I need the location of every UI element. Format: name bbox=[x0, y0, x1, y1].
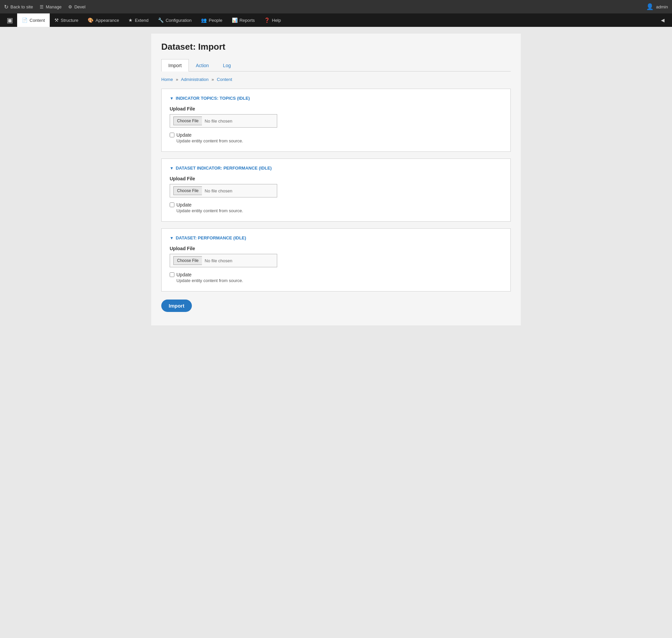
nav-people-label: People bbox=[209, 18, 222, 23]
back-to-site-label: Back to site bbox=[11, 4, 33, 10]
main-wrapper: Dataset: Import Import Action Log Home »… bbox=[0, 27, 672, 638]
breadcrumb-administration[interactable]: Administration bbox=[181, 77, 208, 82]
nav-appearance-label: Appearance bbox=[95, 18, 119, 23]
back-to-site-button[interactable]: ↻ Back to site bbox=[4, 4, 33, 10]
upload-label-1: Upload File bbox=[170, 106, 502, 112]
update-checkbox-row-3: Update bbox=[170, 272, 502, 278]
update-desc-2: Update entity content from source. bbox=[176, 208, 502, 213]
update-desc-1: Update entity content from source. bbox=[176, 138, 502, 144]
breadcrumb-content[interactable]: Content bbox=[217, 77, 232, 82]
triangle-icon-2: ▼ bbox=[170, 166, 174, 171]
tab-import[interactable]: Import bbox=[161, 59, 189, 71]
update-desc-3: Update entity content from source. bbox=[176, 278, 502, 283]
update-checkbox-2[interactable] bbox=[170, 202, 175, 207]
upload-label-2: Upload File bbox=[170, 176, 502, 181]
nav-help-label: Help bbox=[272, 18, 281, 23]
manage-button[interactable]: Manage bbox=[40, 4, 62, 10]
breadcrumb-sep-2: » bbox=[211, 77, 214, 82]
drupal-icon: ▣ bbox=[7, 16, 13, 24]
nav-item-help[interactable]: ❓ Help bbox=[259, 13, 285, 27]
update-row-3: Update Update entity content from source… bbox=[170, 272, 502, 283]
update-checkbox-1[interactable] bbox=[170, 133, 175, 137]
extend-icon: ★ bbox=[128, 17, 133, 23]
import-button[interactable]: Import bbox=[161, 300, 192, 312]
section-dataset-indicator-title[interactable]: ▼ DATASET INDICATOR: PERFORMANCE (IDLE) bbox=[170, 166, 502, 171]
update-label-2[interactable]: Update bbox=[176, 202, 192, 207]
nav-reports-label: Reports bbox=[240, 18, 255, 23]
choose-file-btn-2[interactable]: Choose File bbox=[174, 186, 202, 195]
update-checkbox-row-2: Update bbox=[170, 202, 502, 207]
tab-action[interactable]: Action bbox=[189, 59, 216, 71]
help-icon: ❓ bbox=[264, 17, 270, 23]
nav-item-people[interactable]: 👥 People bbox=[196, 13, 227, 27]
people-icon: 👥 bbox=[201, 17, 207, 23]
nav-item-appearance[interactable]: 🎨 Appearance bbox=[83, 13, 124, 27]
content-area: Dataset: Import Import Action Log Home »… bbox=[151, 34, 521, 325]
update-checkbox-row-1: Update bbox=[170, 132, 502, 138]
no-file-text-1: No file chosen bbox=[204, 119, 232, 123]
tab-log[interactable]: Log bbox=[216, 59, 238, 71]
page-title: Dataset: Import bbox=[161, 41, 511, 52]
breadcrumb: Home » Administration » Content bbox=[161, 77, 511, 82]
back-icon: ↻ bbox=[4, 4, 9, 10]
collapse-icon: ◀ bbox=[661, 17, 665, 23]
file-input-2[interactable]: Choose File No file chosen bbox=[170, 184, 277, 198]
nav-item-structure[interactable]: ⚒ Structure bbox=[50, 13, 83, 27]
user-icon: 👤 bbox=[646, 3, 654, 11]
nav-extend-label: Extend bbox=[135, 18, 148, 23]
nav-bar: ▣ 📄 Content ⚒ Structure 🎨 Appearance ★ E… bbox=[0, 13, 672, 27]
nav-content-label: Content bbox=[30, 18, 45, 23]
structure-icon: ⚒ bbox=[54, 17, 59, 23]
triangle-icon-3: ▼ bbox=[170, 236, 174, 240]
upload-label-3: Upload File bbox=[170, 246, 502, 251]
manage-label: Manage bbox=[46, 4, 62, 10]
file-input-3[interactable]: Choose File No file chosen bbox=[170, 254, 277, 267]
nav-item-reports[interactable]: 📊 Reports bbox=[227, 13, 260, 27]
nav-item-configuration[interactable]: 🔧 Configuration bbox=[153, 13, 196, 27]
triangle-icon-1: ▼ bbox=[170, 96, 174, 101]
section-indicator-topics-title[interactable]: ▼ INDICATOR TOPICS: TOPICS (IDLE) bbox=[170, 96, 502, 101]
section-dataset-indicator-performance: ▼ DATASET INDICATOR: PERFORMANCE (IDLE) … bbox=[161, 158, 511, 222]
nav-item-content[interactable]: 📄 Content bbox=[17, 13, 50, 27]
configuration-icon: 🔧 bbox=[158, 17, 164, 23]
nav-structure-label: Structure bbox=[61, 18, 79, 23]
admin-bar: ↻ Back to site Manage Devel 👤 admin bbox=[0, 0, 672, 13]
update-checkbox-3[interactable] bbox=[170, 272, 175, 277]
nav-collapse-button[interactable]: ◀ bbox=[656, 13, 669, 27]
devel-icon bbox=[68, 4, 72, 10]
choose-file-btn-3[interactable]: Choose File bbox=[174, 256, 202, 265]
section-dataset-performance: ▼ DATASET: PERFORMANCE (IDLE) Upload Fil… bbox=[161, 228, 511, 291]
file-input-1[interactable]: Choose File No file chosen bbox=[170, 114, 277, 128]
section-dataset-performance-title[interactable]: ▼ DATASET: PERFORMANCE (IDLE) bbox=[170, 235, 502, 240]
section-indicator-topics: ▼ INDICATOR TOPICS: TOPICS (IDLE) Upload… bbox=[161, 89, 511, 152]
nav-home-icon[interactable]: ▣ bbox=[3, 13, 17, 27]
choose-file-btn-1[interactable]: Choose File bbox=[174, 117, 202, 125]
username-label[interactable]: admin bbox=[656, 4, 668, 10]
breadcrumb-home[interactable]: Home bbox=[161, 77, 173, 82]
update-label-1[interactable]: Update bbox=[176, 132, 192, 138]
tabs: Import Action Log bbox=[161, 59, 511, 71]
no-file-text-2: No file chosen bbox=[204, 188, 232, 194]
breadcrumb-sep-1: » bbox=[176, 77, 178, 82]
devel-button[interactable]: Devel bbox=[68, 4, 85, 10]
manage-icon bbox=[40, 4, 44, 10]
admin-bar-right: 👤 admin bbox=[646, 3, 668, 11]
content-icon: 📄 bbox=[22, 17, 28, 23]
update-row-1: Update Update entity content from source… bbox=[170, 132, 502, 144]
nav-configuration-label: Configuration bbox=[166, 18, 192, 23]
appearance-icon: 🎨 bbox=[88, 17, 94, 23]
no-file-text-3: No file chosen bbox=[204, 258, 232, 263]
nav-item-extend[interactable]: ★ Extend bbox=[124, 13, 153, 27]
reports-icon: 📊 bbox=[232, 17, 237, 23]
devel-label: Devel bbox=[74, 4, 85, 10]
admin-bar-left: ↻ Back to site Manage Devel bbox=[4, 4, 639, 10]
update-label-3[interactable]: Update bbox=[176, 272, 192, 278]
update-row-2: Update Update entity content from source… bbox=[170, 202, 502, 213]
